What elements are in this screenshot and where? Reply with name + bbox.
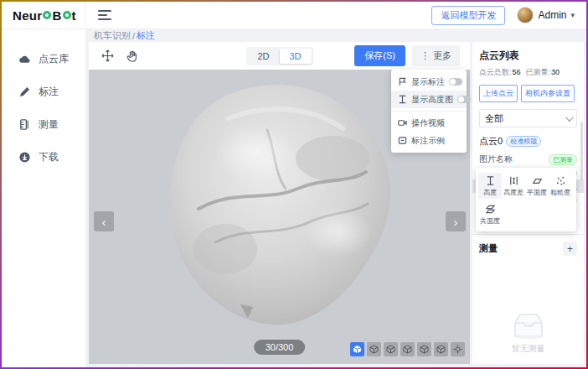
view-mode-toggle: 2D 3D (245, 47, 312, 65)
tool-height-diff[interactable]: 高度差 (502, 173, 525, 199)
more-dropdown-menu: 显示标注 显示高度图 操作视频 (391, 70, 467, 153)
collapse-sidebar-icon[interactable] (98, 10, 111, 20)
avatar (517, 7, 534, 23)
image-counter: 30/300 (254, 340, 306, 355)
crosshair-icon (453, 345, 462, 354)
pen-icon (18, 86, 31, 98)
sidebar-item-pointcloud-library[interactable]: 点云库 (2, 43, 85, 75)
breadcrumb: 机车识别 / 标注 (89, 29, 584, 42)
view-cube-left-button[interactable] (400, 342, 415, 356)
measurement-section: 测量 + 暂无测量 (472, 234, 584, 355)
coplanarity-icon (485, 204, 496, 215)
tool-height[interactable]: 高度 (478, 173, 502, 199)
ruler-icon (18, 118, 31, 131)
logo-area: NeurBt (2, 2, 86, 29)
flatness-icon (532, 175, 543, 186)
pointcloud-group-row[interactable]: 点云0 校准模版 (479, 135, 577, 148)
next-image-button[interactable]: › (446, 211, 466, 231)
mode-3d-button[interactable]: 3D (280, 49, 312, 64)
measure-tool-palette: 高度 高度差 平面度 粗糙度 (476, 168, 576, 231)
canvas-toolbar: 2D 3D 保存(S) ⋮ 更多 (89, 42, 470, 70)
flag-icon (398, 77, 407, 86)
cloud-icon (18, 53, 31, 65)
tooth-3d-model[interactable] (142, 81, 418, 333)
view-cube-front-button[interactable] (367, 342, 381, 356)
panel-scrollbar[interactable] (580, 122, 583, 180)
status-badge: 已测量 (549, 154, 577, 165)
video-icon (398, 118, 407, 127)
empty-state: 暂无测量 (479, 311, 577, 355)
height-icon (398, 95, 407, 104)
template-tag: 校准模版 (506, 136, 541, 147)
pointcloud-panel: 点云列表 点云总数:56 已测量:30 上传点云 相机内参设置 全部 (472, 42, 584, 364)
user-name: Admin (538, 9, 566, 21)
view-cube-back-button[interactable] (384, 342, 398, 356)
header-bar: 返回模型开发 Admin ▾ (86, 2, 586, 29)
tool-roughness[interactable]: 粗糙度 (549, 173, 572, 199)
top-header: NeurBt 返回模型开发 Admin ▾ (2, 2, 586, 29)
sidebar-item-measure[interactable]: 测量 (2, 108, 85, 141)
download-icon (18, 151, 31, 164)
total-count: 56 (513, 68, 521, 76)
height-diff-icon (508, 175, 519, 186)
chevron-down-icon (565, 113, 574, 122)
filter-select[interactable]: 全部 (479, 109, 577, 127)
logo-text-3: t (72, 8, 76, 23)
upload-pointcloud-button[interactable]: 上传点云 (479, 85, 518, 102)
hand-tool-icon[interactable] (124, 48, 141, 65)
measurement-title: 测量 (479, 242, 498, 255)
menu-item-tutorial-video[interactable]: 操作视频 (391, 114, 467, 132)
save-button[interactable]: 保存(S) (354, 45, 405, 66)
image-list-item[interactable]: 图片名称 已测量 (472, 153, 584, 166)
empty-text: 暂无测量 (512, 343, 545, 355)
breadcrumb-current: 标注 (137, 29, 155, 42)
gear-icon (63, 11, 71, 19)
show-heightmap-toggle[interactable] (457, 96, 471, 103)
gear-icon (43, 11, 51, 19)
view-reset-button[interactable] (451, 342, 465, 356)
menu-item-show-heightmap[interactable]: 显示高度图 (391, 91, 467, 108)
more-button[interactable]: ⋮ 更多 (412, 45, 460, 66)
height-icon (485, 175, 496, 186)
user-menu[interactable]: Admin ▾ (517, 7, 575, 23)
app-window: NeurBt 返回模型开发 Admin ▾ 点云库 标注 (0, 0, 588, 369)
empty-box-icon (510, 311, 547, 340)
more-dots-icon: ⋮ (420, 50, 430, 61)
sidebar-item-annotate[interactable]: 标注 (2, 75, 85, 108)
sidebar-item-download[interactable]: 下载 (2, 141, 85, 174)
app-logo: NeurBt (13, 8, 76, 23)
view-cube-right-button[interactable] (417, 342, 431, 356)
back-to-model-dev-button[interactable]: 返回模型开发 (431, 6, 505, 25)
canvas-card: 2D 3D 保存(S) ⋮ 更多 (89, 42, 470, 364)
tool-coplanarity[interactable]: 共面度 (478, 201, 502, 227)
roughness-icon (555, 175, 566, 186)
chevron-down-icon: ▾ (570, 11, 575, 19)
panel-title: 点云列表 (479, 49, 577, 63)
sidebar: 点云库 标注 测量 下载 (2, 29, 86, 367)
camera-params-button[interactable]: 相机内参设置 (521, 85, 575, 102)
view-cube-top-button[interactable] (434, 342, 448, 356)
mode-2d-button[interactable]: 2D (247, 49, 279, 64)
menu-divider (391, 111, 467, 112)
view-cube-iso-button[interactable] (350, 342, 364, 356)
tool-flatness[interactable]: 平面度 (525, 173, 549, 199)
prev-image-button[interactable]: ‹ (94, 211, 114, 231)
measured-count: 30 (551, 68, 560, 76)
add-measurement-button[interactable]: + (563, 242, 577, 256)
view-orientation-buttons (350, 342, 465, 356)
show-annotation-toggle[interactable] (449, 78, 462, 86)
example-frame-icon (398, 136, 407, 145)
panel-stats: 点云总数:56 已测量:30 (479, 67, 577, 78)
menu-item-show-annotation[interactable]: 显示标注 (391, 73, 467, 91)
menu-item-annotation-example[interactable]: 标注示例 (391, 132, 467, 149)
logo-text-2: B (52, 8, 61, 23)
move-tool-icon[interactable] (99, 48, 116, 65)
breadcrumb-parent[interactable]: 机车识别 (94, 29, 131, 42)
logo-text-1: Neur (13, 8, 42, 23)
